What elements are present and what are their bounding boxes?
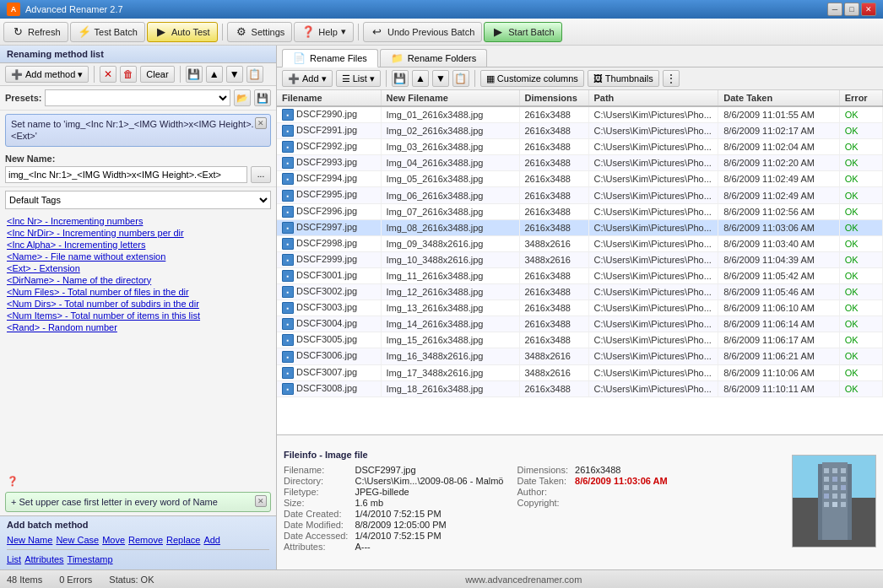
table-row[interactable]: ▪DSCF3007.jpgImg_17_3488x2616.jpg3488x26… bbox=[277, 364, 883, 380]
table-row[interactable]: ▪DSCF2997.jpgImg_08_2616x3488.jpg2616x34… bbox=[277, 219, 883, 235]
cell-filename: ▪DSCF3004.jpg bbox=[277, 316, 381, 332]
cell-filename: ▪DSCF3005.jpg bbox=[277, 332, 381, 348]
table-row[interactable]: ▪DSCF2996.jpgImg_07_2616x3488.jpg2616x34… bbox=[277, 203, 883, 219]
cell-dateTaken: 8/6/2009 11:02:17 AM bbox=[718, 123, 840, 139]
move-down-button[interactable]: ▼ bbox=[226, 66, 243, 83]
table-row[interactable]: ▪DSCF3002.jpgImg_12_2616x3488.jpg2616x34… bbox=[277, 284, 883, 300]
batch-methods-row1: New NameNew CaseMoveRemoveReplaceAdd bbox=[7, 533, 269, 547]
tag-item[interactable]: <Inc Nr> - Incrementing numbers bbox=[7, 215, 269, 227]
cell-dateTaken: 8/6/2009 11:05:46 AM bbox=[718, 284, 840, 300]
files-table-body: ▪DSCF2990.jpgImg_01_2616x3488.jpg2616x34… bbox=[277, 106, 883, 396]
col-header-path[interactable]: Path bbox=[588, 90, 718, 106]
method-item-2[interactable]: + Set upper case first letter in every w… bbox=[5, 492, 271, 512]
save-preset-file-button[interactable]: 💾 bbox=[254, 89, 271, 106]
settings-button[interactable]: ⚙ Settings bbox=[227, 22, 293, 42]
move-up-button[interactable]: ▲ bbox=[206, 66, 223, 83]
method-options-button[interactable]: 📋 bbox=[246, 66, 263, 83]
new-name-browse-button[interactable]: ... bbox=[251, 166, 271, 183]
cell-error: OK bbox=[839, 106, 882, 123]
table-row[interactable]: ▪DSCF2995.jpgImg_06_2616x3488.jpg2616x34… bbox=[277, 187, 883, 203]
table-row[interactable]: ▪DSCF3006.jpgImg_16_3488x2616.jpg3488x26… bbox=[277, 348, 883, 364]
files-save-button[interactable]: 💾 bbox=[392, 70, 409, 87]
add-method-button[interactable]: ➕ Add method ▾ bbox=[5, 66, 89, 83]
delete-red-button[interactable]: 🗑 bbox=[120, 66, 137, 83]
method-2-close-button[interactable]: ✕ bbox=[255, 495, 267, 507]
method-item-1[interactable]: Set name to 'img_<Inc Nr:1>_<IMG Width>x… bbox=[5, 114, 271, 147]
col-header-newfilename[interactable]: New Filename bbox=[381, 90, 519, 106]
table-row[interactable]: ▪DSCF2990.jpgImg_01_2616x3488.jpg2616x34… bbox=[277, 106, 883, 123]
extra-options-button[interactable]: ⋮ bbox=[663, 70, 680, 87]
tag-item[interactable]: <Num Files> - Total number of files in t… bbox=[7, 286, 269, 298]
table-row[interactable]: ▪DSCF3004.jpgImg_14_2616x3488.jpg2616x34… bbox=[277, 316, 883, 332]
table-row[interactable]: ▪DSCF2992.jpgImg_03_2616x3488.jpg2616x34… bbox=[277, 139, 883, 155]
new-name-row: ... bbox=[5, 166, 271, 183]
tag-item[interactable]: <Name> - File name without extension bbox=[7, 251, 269, 262]
batch-method-replace[interactable]: Replace bbox=[166, 535, 200, 545]
customize-columns-button[interactable]: ▦ Customize columns bbox=[480, 70, 584, 87]
batch-method-move[interactable]: Move bbox=[102, 535, 125, 545]
list-button[interactable]: ☰ List ▾ bbox=[336, 70, 381, 87]
undo-previous-button[interactable]: ↩ Undo Previous Batch bbox=[363, 22, 482, 42]
table-row[interactable]: ▪DSCF2991.jpgImg_02_2616x3488.jpg2616x34… bbox=[277, 123, 883, 139]
tag-item[interactable]: <Rand> - Random number bbox=[7, 321, 269, 333]
tag-item[interactable]: <DirName> - Name of the directory bbox=[7, 274, 269, 286]
add-files-button[interactable]: ➕ Add ▾ bbox=[282, 70, 333, 87]
cell-filename: ▪DSCF3007.jpg bbox=[277, 364, 381, 380]
save-preset-button[interactable]: 💾 bbox=[186, 66, 203, 83]
table-row[interactable]: ▪DSCF3003.jpgImg_13_2616x3488.jpg2616x34… bbox=[277, 300, 883, 316]
table-row[interactable]: ▪DSCF2999.jpgImg_10_3488x2616.jpg3488x26… bbox=[277, 251, 883, 267]
batch-method-new-case[interactable]: New Case bbox=[56, 535, 99, 545]
col-header-filename[interactable]: Filename bbox=[277, 90, 381, 106]
col-header-error[interactable]: Error bbox=[839, 90, 882, 106]
auto-test-button[interactable]: ▶ Auto Test bbox=[147, 22, 218, 42]
app-icon: A bbox=[7, 3, 20, 16]
batch-method-attributes[interactable]: Attributes bbox=[24, 554, 63, 564]
new-name-input[interactable] bbox=[5, 166, 247, 183]
cell-error: OK bbox=[839, 219, 882, 235]
batch-method-new-name[interactable]: New Name bbox=[7, 535, 52, 545]
tag-item[interactable]: <Inc Alpha> - Incrementing letters bbox=[7, 239, 269, 251]
batch-method-add[interactable]: Add bbox=[203, 535, 220, 545]
tags-category-select[interactable]: Default Tags bbox=[5, 191, 271, 209]
files-down-button[interactable]: ▼ bbox=[432, 70, 449, 87]
maximize-button[interactable]: □ bbox=[844, 3, 859, 16]
batch-method-timestamp[interactable]: Timestamp bbox=[68, 554, 113, 564]
table-row[interactable]: ▪DSCF2998.jpgImg_09_3488x2616.jpg3488x26… bbox=[277, 235, 883, 251]
test-batch-button[interactable]: ⚡ Test Batch bbox=[70, 22, 145, 42]
delete-method-button[interactable]: ✕ bbox=[100, 66, 116, 83]
files-up-button[interactable]: ▲ bbox=[412, 70, 429, 87]
minimize-button[interactable]: ─ bbox=[827, 3, 842, 16]
cell-path: C:\Users\Kim\Pictures\Pho... bbox=[588, 332, 718, 348]
thumbnails-button[interactable]: 🖼 Thumbnails bbox=[588, 70, 659, 87]
table-row[interactable]: ▪DSCF2994.jpgImg_05_2616x3488.jpg2616x34… bbox=[277, 171, 883, 187]
tag-item[interactable]: <Inc NrDir> - Incrementing numbers per d… bbox=[7, 227, 269, 239]
table-row[interactable]: ▪DSCF3008.jpgImg_18_2616x3488.jpg2616x34… bbox=[277, 380, 883, 396]
cell-newFilename: Img_05_2616x3488.jpg bbox=[381, 171, 519, 187]
help-bottom-button[interactable]: ❓ bbox=[0, 474, 276, 488]
start-batch-button[interactable]: ▶ Start Batch bbox=[484, 22, 561, 42]
method-close-button[interactable]: ✕ bbox=[255, 117, 267, 129]
table-row[interactable]: ▪DSCF2993.jpgImg_04_2616x3488.jpg2616x34… bbox=[277, 155, 883, 171]
tag-item[interactable]: <Num Dirs> - Total number of subdirs in … bbox=[7, 298, 269, 310]
tag-item[interactable]: <Num Items> - Total number of items in t… bbox=[7, 310, 269, 321]
cell-path: C:\Users\Kim\Pictures\Pho... bbox=[588, 203, 718, 219]
undo-icon: ↩ bbox=[371, 25, 384, 39]
help-button[interactable]: ❓ Help ▾ bbox=[294, 22, 354, 42]
table-row[interactable]: ▪DSCF3001.jpgImg_11_2616x3488.jpg2616x34… bbox=[277, 267, 883, 283]
table-row[interactable]: ▪DSCF3005.jpgImg_15_2616x3488.jpg2616x34… bbox=[277, 332, 883, 348]
col-header-datetaken[interactable]: Date Taken bbox=[718, 90, 840, 106]
presets-dropdown[interactable] bbox=[45, 89, 230, 106]
files-options-button[interactable]: 📋 bbox=[452, 70, 469, 87]
tab-rename-files[interactable]: 📄 Rename Files bbox=[282, 49, 378, 67]
load-preset-button[interactable]: 📂 bbox=[234, 89, 251, 106]
col-header-dimensions[interactable]: Dimensions bbox=[519, 90, 588, 106]
batch-method-remove[interactable]: Remove bbox=[128, 535, 163, 545]
refresh-button[interactable]: ↻ Refresh bbox=[3, 22, 68, 42]
tab-rename-folders[interactable]: 📁 Rename Folders bbox=[380, 49, 487, 67]
clear-button[interactable]: Clear bbox=[140, 66, 174, 83]
status-bar: 48 Items 0 Errors Status: OK www.advance… bbox=[0, 569, 883, 588]
batch-method-list[interactable]: List bbox=[7, 554, 21, 564]
cell-newFilename: Img_10_3488x2616.jpg bbox=[381, 251, 519, 267]
close-button[interactable]: ✕ bbox=[861, 3, 876, 16]
tag-item[interactable]: <Ext> - Extension bbox=[7, 262, 269, 274]
